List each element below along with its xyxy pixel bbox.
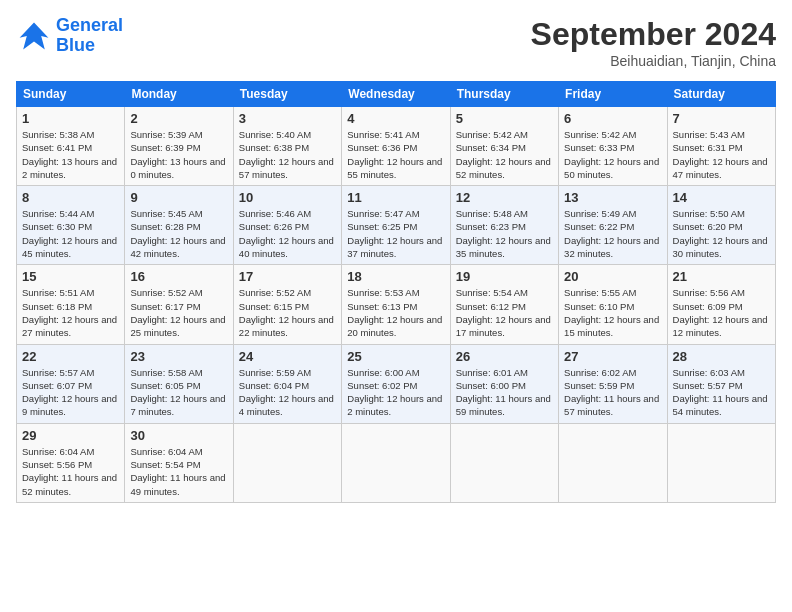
day-number: 9 [130, 190, 227, 205]
day-number: 22 [22, 349, 119, 364]
day-info: Sunrise: 5:50 AM Sunset: 6:20 PM Dayligh… [673, 207, 770, 260]
calendar-cell [559, 423, 667, 502]
calendar-cell: 8 Sunrise: 5:44 AM Sunset: 6:30 PM Dayli… [17, 186, 125, 265]
day-number: 21 [673, 269, 770, 284]
calendar-cell: 12 Sunrise: 5:48 AM Sunset: 6:23 PM Dayl… [450, 186, 558, 265]
day-info: Sunrise: 5:48 AM Sunset: 6:23 PM Dayligh… [456, 207, 553, 260]
page-header: General Blue September 2024 Beihuaidian,… [16, 16, 776, 69]
day-number: 5 [456, 111, 553, 126]
day-number: 2 [130, 111, 227, 126]
day-info: Sunrise: 6:00 AM Sunset: 6:02 PM Dayligh… [347, 366, 444, 419]
calendar-cell: 20 Sunrise: 5:55 AM Sunset: 6:10 PM Dayl… [559, 265, 667, 344]
day-info: Sunrise: 5:55 AM Sunset: 6:10 PM Dayligh… [564, 286, 661, 339]
calendar-cell: 23 Sunrise: 5:58 AM Sunset: 6:05 PM Dayl… [125, 344, 233, 423]
day-info: Sunrise: 5:54 AM Sunset: 6:12 PM Dayligh… [456, 286, 553, 339]
day-number: 13 [564, 190, 661, 205]
logo-blue: Blue [56, 35, 95, 55]
weekday-header-monday: Monday [125, 82, 233, 107]
calendar-cell [450, 423, 558, 502]
day-number: 30 [130, 428, 227, 443]
day-info: Sunrise: 6:03 AM Sunset: 5:57 PM Dayligh… [673, 366, 770, 419]
calendar-cell: 4 Sunrise: 5:41 AM Sunset: 6:36 PM Dayli… [342, 107, 450, 186]
weekday-header-tuesday: Tuesday [233, 82, 341, 107]
calendar-table: SundayMondayTuesdayWednesdayThursdayFrid… [16, 81, 776, 503]
day-number: 15 [22, 269, 119, 284]
calendar-cell: 1 Sunrise: 5:38 AM Sunset: 6:41 PM Dayli… [17, 107, 125, 186]
calendar-cell: 16 Sunrise: 5:52 AM Sunset: 6:17 PM Dayl… [125, 265, 233, 344]
calendar-cell: 3 Sunrise: 5:40 AM Sunset: 6:38 PM Dayli… [233, 107, 341, 186]
day-number: 3 [239, 111, 336, 126]
day-info: Sunrise: 6:02 AM Sunset: 5:59 PM Dayligh… [564, 366, 661, 419]
calendar-cell [233, 423, 341, 502]
calendar-cell: 19 Sunrise: 5:54 AM Sunset: 6:12 PM Dayl… [450, 265, 558, 344]
svg-marker-0 [20, 22, 49, 49]
day-info: Sunrise: 5:40 AM Sunset: 6:38 PM Dayligh… [239, 128, 336, 181]
calendar-cell: 29 Sunrise: 6:04 AM Sunset: 5:56 PM Dayl… [17, 423, 125, 502]
calendar-cell: 24 Sunrise: 5:59 AM Sunset: 6:04 PM Dayl… [233, 344, 341, 423]
day-number: 1 [22, 111, 119, 126]
day-info: Sunrise: 6:04 AM Sunset: 5:54 PM Dayligh… [130, 445, 227, 498]
calendar-cell: 28 Sunrise: 6:03 AM Sunset: 5:57 PM Dayl… [667, 344, 775, 423]
location-subtitle: Beihuaidian, Tianjin, China [531, 53, 776, 69]
day-info: Sunrise: 5:52 AM Sunset: 6:15 PM Dayligh… [239, 286, 336, 339]
logo-bird-icon [16, 18, 52, 54]
day-number: 16 [130, 269, 227, 284]
day-number: 20 [564, 269, 661, 284]
day-info: Sunrise: 5:47 AM Sunset: 6:25 PM Dayligh… [347, 207, 444, 260]
day-number: 4 [347, 111, 444, 126]
day-number: 7 [673, 111, 770, 126]
title-block: September 2024 Beihuaidian, Tianjin, Chi… [531, 16, 776, 69]
day-number: 17 [239, 269, 336, 284]
calendar-cell: 2 Sunrise: 5:39 AM Sunset: 6:39 PM Dayli… [125, 107, 233, 186]
calendar-cell: 14 Sunrise: 5:50 AM Sunset: 6:20 PM Dayl… [667, 186, 775, 265]
logo: General Blue [16, 16, 123, 56]
calendar-cell: 30 Sunrise: 6:04 AM Sunset: 5:54 PM Dayl… [125, 423, 233, 502]
calendar-cell: 26 Sunrise: 6:01 AM Sunset: 6:00 PM Dayl… [450, 344, 558, 423]
day-info: Sunrise: 5:39 AM Sunset: 6:39 PM Dayligh… [130, 128, 227, 181]
day-info: Sunrise: 5:42 AM Sunset: 6:34 PM Dayligh… [456, 128, 553, 181]
day-number: 26 [456, 349, 553, 364]
calendar-cell [342, 423, 450, 502]
day-info: Sunrise: 5:57 AM Sunset: 6:07 PM Dayligh… [22, 366, 119, 419]
calendar-cell: 11 Sunrise: 5:47 AM Sunset: 6:25 PM Dayl… [342, 186, 450, 265]
day-number: 12 [456, 190, 553, 205]
day-info: Sunrise: 5:56 AM Sunset: 6:09 PM Dayligh… [673, 286, 770, 339]
calendar-cell [667, 423, 775, 502]
logo-text: General Blue [56, 16, 123, 56]
day-number: 10 [239, 190, 336, 205]
day-info: Sunrise: 5:58 AM Sunset: 6:05 PM Dayligh… [130, 366, 227, 419]
month-year-title: September 2024 [531, 16, 776, 53]
day-info: Sunrise: 5:59 AM Sunset: 6:04 PM Dayligh… [239, 366, 336, 419]
calendar-cell: 22 Sunrise: 5:57 AM Sunset: 6:07 PM Dayl… [17, 344, 125, 423]
day-info: Sunrise: 6:04 AM Sunset: 5:56 PM Dayligh… [22, 445, 119, 498]
day-number: 6 [564, 111, 661, 126]
day-info: Sunrise: 5:51 AM Sunset: 6:18 PM Dayligh… [22, 286, 119, 339]
day-info: Sunrise: 5:43 AM Sunset: 6:31 PM Dayligh… [673, 128, 770, 181]
weekday-header-friday: Friday [559, 82, 667, 107]
calendar-cell: 5 Sunrise: 5:42 AM Sunset: 6:34 PM Dayli… [450, 107, 558, 186]
day-info: Sunrise: 5:45 AM Sunset: 6:28 PM Dayligh… [130, 207, 227, 260]
calendar-cell: 9 Sunrise: 5:45 AM Sunset: 6:28 PM Dayli… [125, 186, 233, 265]
day-info: Sunrise: 5:53 AM Sunset: 6:13 PM Dayligh… [347, 286, 444, 339]
calendar-cell: 17 Sunrise: 5:52 AM Sunset: 6:15 PM Dayl… [233, 265, 341, 344]
day-number: 8 [22, 190, 119, 205]
day-number: 11 [347, 190, 444, 205]
calendar-cell: 25 Sunrise: 6:00 AM Sunset: 6:02 PM Dayl… [342, 344, 450, 423]
weekday-header-saturday: Saturday [667, 82, 775, 107]
day-info: Sunrise: 5:49 AM Sunset: 6:22 PM Dayligh… [564, 207, 661, 260]
day-info: Sunrise: 5:38 AM Sunset: 6:41 PM Dayligh… [22, 128, 119, 181]
calendar-cell: 21 Sunrise: 5:56 AM Sunset: 6:09 PM Dayl… [667, 265, 775, 344]
day-info: Sunrise: 5:42 AM Sunset: 6:33 PM Dayligh… [564, 128, 661, 181]
weekday-header-wednesday: Wednesday [342, 82, 450, 107]
calendar-cell: 15 Sunrise: 5:51 AM Sunset: 6:18 PM Dayl… [17, 265, 125, 344]
calendar-cell: 7 Sunrise: 5:43 AM Sunset: 6:31 PM Dayli… [667, 107, 775, 186]
day-number: 14 [673, 190, 770, 205]
calendar-cell: 13 Sunrise: 5:49 AM Sunset: 6:22 PM Dayl… [559, 186, 667, 265]
day-number: 29 [22, 428, 119, 443]
day-number: 19 [456, 269, 553, 284]
day-number: 25 [347, 349, 444, 364]
calendar-cell: 27 Sunrise: 6:02 AM Sunset: 5:59 PM Dayl… [559, 344, 667, 423]
day-info: Sunrise: 5:41 AM Sunset: 6:36 PM Dayligh… [347, 128, 444, 181]
calendar-cell: 10 Sunrise: 5:46 AM Sunset: 6:26 PM Dayl… [233, 186, 341, 265]
logo-general: General [56, 15, 123, 35]
